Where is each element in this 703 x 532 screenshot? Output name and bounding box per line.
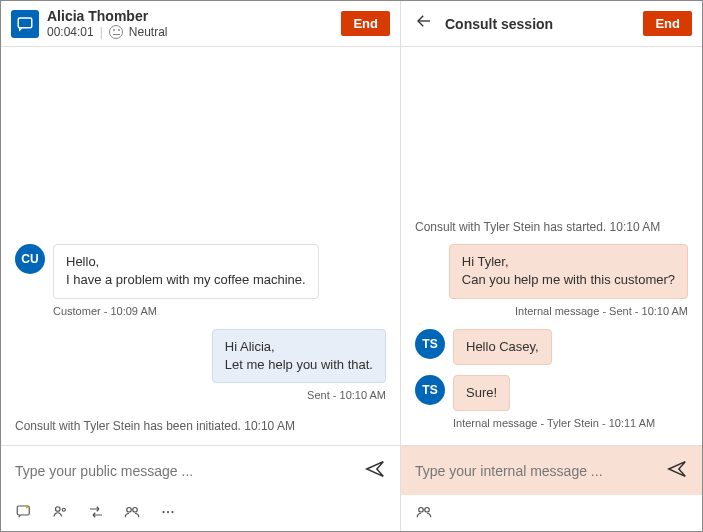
internal-in-bubble: Hello Casey, (453, 329, 552, 365)
customer-message-row: CU Hello, I have a problem with my coffe… (15, 244, 386, 298)
customer-chat-body: CU Hello, I have a problem with my coffe… (1, 47, 400, 445)
agent-msg-text: Let me help you with that. (225, 356, 373, 374)
send-icon[interactable] (364, 458, 386, 483)
sentiment-neutral-icon (109, 25, 123, 39)
quick-reply-icon[interactable] (15, 503, 33, 521)
svg-point-2 (56, 507, 61, 512)
internal-in-meta: Internal message - Tyler Stein - 10:11 A… (453, 417, 688, 429)
sentiment-label: Neutral (129, 25, 168, 39)
consult-avatar: TS (415, 329, 445, 359)
svg-point-8 (171, 511, 173, 513)
svg-point-5 (133, 508, 138, 513)
customer-toolbar (1, 495, 400, 531)
customer-pane: Alicia Thomber 00:04:01 | Neutral End CU… (1, 1, 401, 531)
internal-out-bubble: Hi Tyler, Can you help me with this cust… (449, 244, 688, 298)
consult-toolbar (401, 495, 702, 531)
agent-message-row: Hi Alicia, Let me help you with that. (15, 329, 386, 383)
internal-out-text: Can you help me with this customer? (462, 271, 675, 289)
customer-msg-meta: Customer - 10:09 AM (53, 305, 386, 317)
customer-avatar: CU (15, 244, 45, 274)
internal-out-meta: Internal message - Sent - 10:10 AM (415, 305, 688, 317)
end-session-button[interactable]: End (341, 11, 390, 36)
customer-message-bubble: Hello, I have a problem with my coffee m… (53, 244, 319, 298)
agent-message-bubble: Hi Alicia, Let me help you with that. (212, 329, 386, 383)
divider: | (100, 25, 103, 39)
public-compose (1, 445, 400, 495)
agent-msg-text: Hi Alicia, (225, 338, 373, 356)
back-arrow-icon[interactable] (411, 10, 437, 37)
internal-compose (401, 445, 702, 495)
chat-icon (11, 10, 39, 38)
svg-point-6 (162, 511, 164, 513)
consult-pane: Consult session End Consult with Tyler S… (401, 1, 702, 531)
internal-in-text: Sure! (466, 385, 497, 400)
customer-name: Alicia Thomber (47, 8, 333, 25)
customer-msg-text: Hello, (66, 253, 306, 271)
app-root: Alicia Thomber 00:04:01 | Neutral End CU… (0, 0, 703, 532)
internal-in-row: TS Hello Casey, (415, 329, 688, 365)
consult-participants-icon[interactable] (415, 503, 433, 521)
customer-header: Alicia Thomber 00:04:01 | Neutral End (1, 1, 400, 47)
svg-point-4 (127, 508, 132, 513)
more-icon[interactable] (159, 503, 177, 521)
consult-chat-body: Consult with Tyler Stein has started. 10… (401, 47, 702, 445)
system-consult-initiated: Consult with Tyler Stein has been initia… (15, 419, 386, 433)
svg-point-7 (167, 511, 169, 513)
internal-in-bubble: Sure! (453, 375, 510, 411)
internal-out-text: Hi Tyler, (462, 253, 675, 271)
internal-out-row: Hi Tyler, Can you help me with this cust… (415, 244, 688, 298)
agent-msg-meta: Sent - 10:10 AM (15, 389, 386, 401)
internal-message-input[interactable] (415, 463, 656, 479)
consult-icon[interactable] (123, 503, 141, 521)
end-consult-button[interactable]: End (643, 11, 692, 36)
svg-point-10 (425, 508, 430, 513)
customer-msg-text: I have a problem with my coffee machine. (66, 271, 306, 289)
svg-point-3 (62, 508, 65, 511)
svg-point-9 (419, 508, 424, 513)
header-info: Alicia Thomber 00:04:01 | Neutral (47, 8, 333, 39)
consult-header: Consult session End (401, 1, 702, 47)
send-icon[interactable] (666, 458, 688, 483)
knowledge-icon[interactable] (51, 503, 69, 521)
consult-title: Consult session (445, 16, 635, 32)
transfer-icon[interactable] (87, 503, 105, 521)
session-timer: 00:04:01 (47, 25, 94, 39)
consult-avatar: TS (415, 375, 445, 405)
svg-rect-0 (18, 18, 32, 28)
internal-in-row: TS Sure! (415, 375, 688, 411)
public-message-input[interactable] (15, 463, 354, 479)
internal-in-text: Hello Casey, (466, 339, 539, 354)
system-consult-started: Consult with Tyler Stein has started. 10… (415, 220, 688, 234)
